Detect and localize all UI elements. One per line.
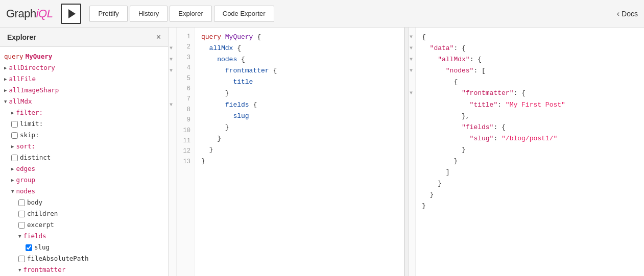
explorer-header: Explorer × xyxy=(0,28,168,47)
explorer-item-distinct[interactable]: distinct xyxy=(0,152,168,163)
editor-area: ▼ ▼ ▼ ▼ 12345678910111213 query MyQuery … xyxy=(169,28,644,276)
label-nodes: nodes xyxy=(16,186,35,196)
label-limit: limit: xyxy=(20,119,43,129)
explorer-item-edges[interactable]: ▶edges xyxy=(0,163,168,174)
label-sort: sort: xyxy=(16,141,35,152)
explorer-item-allFile[interactable]: ▶allFile xyxy=(0,73,168,85)
query-line: query MyQuery xyxy=(0,51,168,62)
collapse-arrow-3[interactable]: ▼ xyxy=(169,54,176,65)
explorer-tree: ▶allDirectory▶allFile▶allImageSharp▼allM… xyxy=(0,62,168,276)
arrow-right-icon: ▶ xyxy=(11,109,14,116)
history-button[interactable]: History xyxy=(130,6,168,22)
prettify-button[interactable]: Prettify xyxy=(89,6,127,22)
docs-label: Docs xyxy=(622,10,638,18)
query-code-area: ▼ ▼ ▼ ▼ 12345678910111213 query MyQuery … xyxy=(169,28,404,276)
checkbox-limit[interactable] xyxy=(11,121,18,128)
arrow-right-icon: ▶ xyxy=(11,143,14,150)
explorer-item-fileAbsolutePath[interactable]: fileAbsolutePath xyxy=(0,253,168,264)
editor-divider[interactable] xyxy=(404,28,409,276)
query-name: MyQuery xyxy=(26,52,53,62)
collapse-arrow-2[interactable]: ▼ xyxy=(169,43,176,54)
collapse-arrow-5 xyxy=(169,77,176,88)
arrow-right-icon: ▶ xyxy=(11,165,14,172)
collapse-arrow-13 xyxy=(169,167,176,178)
result-panel: ▼ ▼ ▼ ▼ ▼ { "data": { "allMdx": { "nodes… xyxy=(409,28,644,276)
label-edges: edges xyxy=(16,164,35,174)
header: GraphiQL Prettify History Explorer Code … xyxy=(0,0,644,28)
arrow-down-icon: ▼ xyxy=(18,233,21,240)
result-ca-1[interactable]: ▼ xyxy=(409,32,415,43)
collapse-arrow-12 xyxy=(169,156,176,167)
explorer-item-group[interactable]: ▶group xyxy=(0,174,168,186)
explorer-item-frontmatter[interactable]: ▼frontmatter xyxy=(0,264,168,275)
label-body: body xyxy=(27,197,42,208)
explorer-item-children[interactable]: children xyxy=(0,208,168,219)
collapse-arrow-10 xyxy=(169,133,176,144)
arrow-right-icon: ▶ xyxy=(11,177,14,184)
explorer-item-allDirectory[interactable]: ▶allDirectory xyxy=(0,62,168,73)
label-fields: fields xyxy=(23,231,46,241)
code-exporter-button[interactable]: Code Exporter xyxy=(214,6,274,22)
collapse-arrow-6 xyxy=(169,88,176,99)
explorer-item-body[interactable]: body xyxy=(0,197,168,208)
app-title-graph: Graph xyxy=(6,7,36,20)
checkbox-excerpt[interactable] xyxy=(18,222,25,229)
explorer-item-filter[interactable]: ▶filter: xyxy=(0,107,168,118)
label-allFile: allFile xyxy=(9,74,36,84)
label-fileAbsolutePath: fileAbsolutePath xyxy=(27,254,88,264)
label-skip: skip: xyxy=(20,130,39,140)
result-ca-2[interactable]: ▼ xyxy=(409,43,415,54)
explorer-panel-title: Explorer xyxy=(7,33,36,41)
arrow-down-icon: ▼ xyxy=(4,98,7,105)
checkbox-skip[interactable] xyxy=(11,132,18,139)
label-children: children xyxy=(27,209,58,219)
explorer-item-allMdx[interactable]: ▼allMdx xyxy=(0,96,168,107)
arrow-right-icon: ▶ xyxy=(4,64,7,71)
explorer-close-button[interactable]: × xyxy=(156,33,161,41)
collapse-arrow-7[interactable]: ▼ xyxy=(169,99,176,111)
query-editor[interactable]: ▼ ▼ ▼ ▼ 12345678910111213 query MyQuery … xyxy=(169,28,404,276)
label-group: group xyxy=(16,175,35,185)
explorer-item-nodes[interactable]: ▼nodes xyxy=(0,186,168,197)
collapse-arrow-8 xyxy=(169,111,176,122)
collapse-arrow-4[interactable]: ▼ xyxy=(169,65,176,77)
result-ca-3[interactable]: ▼ xyxy=(409,54,415,65)
result-collapse-col: ▼ ▼ ▼ ▼ ▼ xyxy=(409,28,416,276)
checkbox-fileAbsolutePath[interactable] xyxy=(18,256,25,262)
result-ca-5 xyxy=(409,77,415,88)
label-allImageSharp: allImageSharp xyxy=(9,85,59,95)
docs-link[interactable]: ‹ Docs xyxy=(617,9,638,18)
query-code-content[interactable]: query MyQuery { allMdx { nodes { frontma… xyxy=(195,28,404,276)
checkbox-children[interactable] xyxy=(18,211,25,217)
collapse-arrow-9 xyxy=(169,122,176,133)
label-filter: filter: xyxy=(16,108,43,118)
arrow-down-icon: ▼ xyxy=(11,188,14,195)
explorer-body: query MyQuery ▶allDirectory▶allFile▶allI… xyxy=(0,47,168,276)
app-title-ql: iQL xyxy=(36,7,53,20)
explorer-item-slug[interactable]: slug xyxy=(0,242,168,253)
label-frontmatter: frontmatter xyxy=(23,265,65,275)
explorer-item-sort[interactable]: ▶sort: xyxy=(0,141,168,152)
explorer-item-excerpt[interactable]: excerpt xyxy=(0,219,168,231)
query-line-numbers: 12345678910111213 xyxy=(177,28,195,276)
explorer-item-fields[interactable]: ▼fields xyxy=(0,231,168,242)
explorer-item-limit[interactable]: limit: xyxy=(0,118,168,130)
checkbox-slug[interactable] xyxy=(26,244,32,251)
collapse-arrow-11 xyxy=(169,144,176,156)
explorer-item-allImageSharp[interactable]: ▶allImageSharp xyxy=(0,85,168,96)
arrow-right-icon: ▶ xyxy=(4,87,7,94)
result-ca-6[interactable]: ▼ xyxy=(409,88,415,99)
arrow-right-icon: ▶ xyxy=(4,76,7,83)
explorer-button[interactable]: Explorer xyxy=(170,6,211,22)
result-code-content: { "data": { "allMdx": { "nodes": [ { "fr… xyxy=(416,28,644,276)
chevron-left-icon: ‹ xyxy=(617,9,619,18)
collapse-arrow-1[interactable] xyxy=(169,32,176,43)
checkbox-distinct[interactable] xyxy=(11,155,18,161)
result-ca-4[interactable]: ▼ xyxy=(409,65,415,77)
main: Explorer × query MyQuery ▶allDirectory▶a… xyxy=(0,28,644,276)
query-collapse-col: ▼ ▼ ▼ ▼ xyxy=(169,28,177,276)
arrow-down-icon: ▼ xyxy=(18,266,21,273)
checkbox-body[interactable] xyxy=(18,199,25,206)
run-button[interactable] xyxy=(61,4,81,24)
explorer-item-skip[interactable]: skip: xyxy=(0,130,168,141)
